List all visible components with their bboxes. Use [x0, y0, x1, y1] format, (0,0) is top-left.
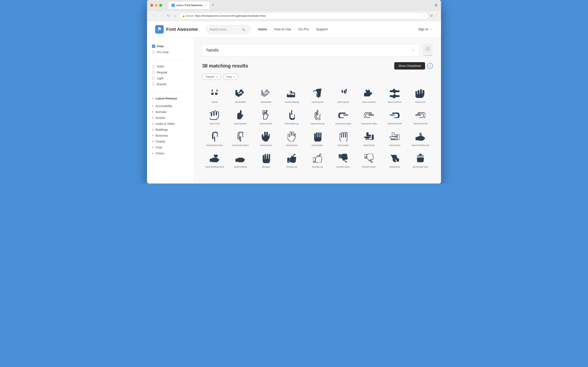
icon-cell-accessible-icon[interactable]: accessible-icon: [408, 150, 433, 170]
info-button[interactable]: i: [427, 63, 433, 69]
icon-cell-hand-point-right-1[interactable]: hand-point-right: [331, 106, 356, 127]
icon-cell-hand-point-up-1[interactable]: hand-point-up: [279, 106, 304, 127]
reload-button[interactable]: ↻: [166, 13, 171, 18]
icon-cell-hand-spock-2[interactable]: hand-spock: [331, 85, 356, 106]
icon-cell-thumbs-down-1[interactable]: thumbs-down: [331, 150, 356, 170]
brands-radio[interactable]: [152, 83, 155, 86]
icon-cell-hand-point-left-2[interactable]: hand-point-left: [408, 106, 433, 127]
logo-icon[interactable]: ⚑: [155, 25, 164, 34]
icon-label-hand-scissors-1: hand-scissors: [362, 101, 376, 103]
cheatsheet-button[interactable]: Show Cheatsheet: [394, 62, 425, 69]
light-radio[interactable]: [152, 77, 155, 80]
sidebar-style-solid[interactable]: Solid: [152, 63, 189, 69]
content-area: ✓ Free Pro Only Solid Regular: [147, 38, 441, 184]
icon-cell-hand-pointer-2[interactable]: hand-pointer: [254, 106, 278, 127]
main-search-box[interactable]: ✕: [202, 44, 419, 56]
sidebar-style-regular[interactable]: Regular: [152, 69, 189, 75]
nav-how-to-use[interactable]: How to Use: [274, 27, 291, 31]
sidebar-item-audio-video[interactable]: Audio & Video: [152, 121, 189, 127]
icon-label-hand-rock-1: hand-rock: [415, 101, 425, 103]
icon-cell-thumbs-down-2[interactable]: thumbs-down: [356, 150, 381, 170]
sidebar-styles: Solid Regular Light Brands: [147, 63, 194, 87]
nav-icons[interactable]: Icons: [258, 27, 267, 31]
free-checkbox[interactable]: ✓: [152, 45, 155, 48]
filter-tag-hands-close[interactable]: ✕: [216, 75, 218, 78]
accessibility-dot: [152, 105, 154, 107]
extensions-icon[interactable]: ⚙: [430, 14, 433, 18]
icon-cell-hand-pointer-1[interactable]: hand-pointer: [228, 106, 253, 127]
sidebar-filter-pro-only[interactable]: Pro Only: [152, 49, 189, 55]
icon-svg-hand-point-down-2: [235, 131, 246, 142]
titlebar-menu-icon[interactable]: ⚙: [434, 3, 438, 8]
url-box[interactable]: 🔒 Secure https://fontawesome.com/icons?d…: [180, 13, 428, 19]
icon-label-handshake-2: handshake: [260, 101, 272, 103]
icon-cell-hand-paper-1[interactable]: hand-paper: [305, 128, 330, 149]
icon-cell-hand-lizard-2[interactable]: hand-lizard: [382, 128, 407, 149]
icon-cell-hand-rock-2[interactable]: hand-rock: [202, 106, 227, 127]
search-icon[interactable]: 🔍: [242, 28, 245, 31]
icon-cell-hand-point-right-2[interactable]: hand-point-right: [356, 106, 381, 127]
bookmark-icon[interactable]: ☆: [423, 14, 425, 17]
header-search-input[interactable]: [209, 28, 240, 31]
icon-cell-hand-point-down-1[interactable]: hand-point-down: [202, 128, 227, 149]
icon-cell-hand-lizard-1[interactable]: hand-lizard: [356, 128, 381, 149]
icon-cell-hand-holding[interactable]: hand-holding: [228, 150, 253, 170]
icon-cell-hand-holding-heart[interactable]: hand-holding-heart: [202, 150, 227, 170]
icon-cell-hand-peace-2[interactable]: hand-peace: [279, 128, 304, 149]
signin-button[interactable]: Sign In →: [418, 27, 433, 31]
filter-tag-hands[interactable]: "hands" ✕: [202, 74, 221, 80]
icon-cell-hands-helping[interactable]: hands-helping: [279, 85, 304, 106]
sidebar-item-chess[interactable]: Chess: [152, 150, 189, 156]
icon-cell-hand-point-up-2[interactable]: hand-point-up: [305, 106, 330, 127]
icon-cell-allergies[interactable]: allergies: [254, 150, 278, 170]
icon-cell-hand-spock-1[interactable]: hand-spock: [305, 85, 330, 106]
main-search-input[interactable]: [207, 48, 409, 53]
solid-radio[interactable]: [152, 65, 155, 68]
header-search-box[interactable]: 🔍: [206, 25, 251, 34]
menu-icon[interactable]: ⋮: [434, 14, 438, 18]
sidebar-item-business[interactable]: Business: [152, 133, 189, 138]
icon-cell-wheelchair[interactable]: wheelchair: [382, 150, 407, 170]
maximize-window-button[interactable]: [159, 4, 162, 7]
sidebar-item-buildings[interactable]: Buildings: [152, 127, 189, 133]
clear-search-button[interactable]: ✕: [412, 48, 415, 53]
icon-cell-handshake-2[interactable]: handshake: [254, 85, 278, 106]
filter-tag-free-close[interactable]: ✕: [233, 75, 235, 78]
site-header: ⚑ Font Awesome 🔍 Icons How to Use Go Pro…: [147, 21, 441, 38]
icon-cell-hand-point-left-1[interactable]: hand-point-left: [382, 106, 407, 127]
minimize-window-button[interactable]: [155, 4, 158, 7]
sidebar-item-animals[interactable]: Animals: [152, 109, 189, 115]
sidebar-filter-free[interactable]: ✓ Free: [152, 43, 189, 49]
browser-tab[interactable]: F Icons | Font Awesome ×: [169, 2, 209, 9]
sidebar-style-light[interactable]: Light: [152, 75, 189, 81]
icon-cell-hand-paper-2[interactable]: hand-paper: [331, 128, 356, 149]
icon-cell-hand-holding-usd[interactable]: hand-holding-usd: [408, 128, 433, 149]
sidebar-item-charity[interactable]: Charity: [152, 138, 189, 144]
sidebar-item-latest-release[interactable]: Latest Release: [152, 95, 189, 101]
icon-cell-hands[interactable]: hands: [202, 85, 227, 106]
tab-close-button[interactable]: ×: [205, 4, 207, 7]
sidebar-item-chat[interactable]: Chat: [152, 144, 189, 150]
close-window-button[interactable]: [150, 4, 153, 7]
pro-only-radio[interactable]: [152, 51, 155, 54]
back-button[interactable]: ←: [150, 13, 156, 18]
sidebar-item-accessibility[interactable]: Accessibility: [152, 103, 189, 109]
icon-cell-hand-peace-1[interactable]: hand-peace: [254, 128, 278, 149]
new-tab-button[interactable]: +: [212, 3, 214, 7]
filter-tag-free[interactable]: Free ✕: [223, 74, 238, 80]
sidebar-item-arrows[interactable]: Arrows: [152, 115, 189, 121]
icon-cell-hand-point-down-2[interactable]: hand-point-down: [228, 128, 253, 149]
icon-cell-handshake-1[interactable]: handshake: [228, 85, 253, 106]
icon-cell-hand-scissors-2[interactable]: hand-scissors: [382, 85, 407, 106]
icon-cell-thumbs-up-2[interactable]: thumbs-up: [305, 150, 330, 170]
icon-cell-thumbs-up-1[interactable]: thumbs-up: [279, 150, 304, 170]
icon-cell-hand-rock-1[interactable]: hand-rock: [408, 85, 433, 106]
icon-cell-hand-scissors-1[interactable]: hand-scissors: [356, 85, 381, 106]
nav-support[interactable]: Support: [316, 27, 328, 31]
sidebar-style-brands[interactable]: Brands: [152, 81, 189, 87]
nav-go-pro[interactable]: Go Pro: [298, 27, 309, 31]
forward-button[interactable]: →: [158, 13, 164, 18]
home-button[interactable]: ⌂: [173, 13, 177, 18]
latest-release-dot: [152, 98, 154, 99]
regular-radio[interactable]: [152, 71, 155, 74]
